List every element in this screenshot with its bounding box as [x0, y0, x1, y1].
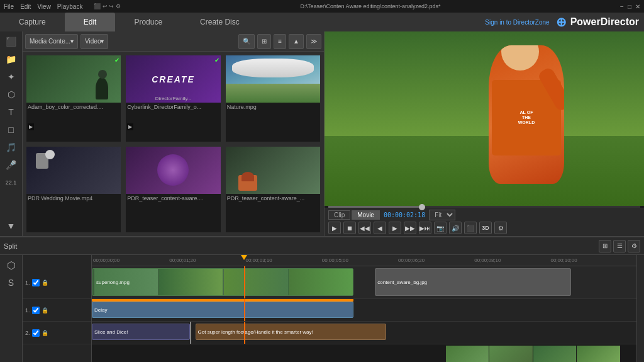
audio-track-row-2[interactable]: Slice and Dice! Got super length footage… [92, 322, 636, 344]
clip-delay[interactable]: Delay [92, 302, 353, 318]
back-frame-btn[interactable]: ◀ [374, 222, 386, 234]
timeline-fit-btn[interactable]: ⊞ [599, 240, 611, 252]
overflow-btn[interactable]: ≫ [306, 34, 321, 49]
media-panel: Media Conte... ▾ Video ▾ 🔍 ⊞ ≡ ▲ ≫ ▶ ✔ [23, 31, 325, 236]
grid-view-btn[interactable]: ⊞ [257, 34, 271, 49]
timeline-sidebar: ⬡ S [0, 255, 23, 362]
3d-btn[interactable]: 3D [479, 222, 492, 234]
tab-edit[interactable]: Edit [65, 13, 116, 31]
clip-got-super[interactable]: Got super length footage/Handle it the s… [196, 324, 386, 340]
timeline-settings-btn[interactable]: ⚙ [628, 240, 640, 252]
filepath: D:\Teaser\Conten Aware editing\content-a… [301, 3, 441, 9]
audio-btn[interactable]: 🎵 [3, 140, 20, 155]
timeline-scrollbar[interactable] [636, 255, 644, 362]
end-btn[interactable]: ▶⏭ [419, 222, 431, 234]
audio-marker-2 [244, 322, 245, 344]
clip-superlong-label: superlong.mpg [96, 280, 130, 285]
media-tool-btn[interactable]: ⬛ [3, 34, 20, 49]
media-label-5: PDR_teaser_content-aware_... [226, 194, 320, 203]
volume-btn[interactable]: 🔊 [449, 222, 462, 234]
audio-track-row-1[interactable]: Delay [92, 299, 636, 322]
settings-btn[interactable]: ⚙ [494, 222, 507, 234]
subtitle-btn[interactable]: 22.1 [3, 175, 20, 190]
timeline-tool-1[interactable]: ⬡ [3, 257, 20, 273]
scroll-up-btn[interactable]: ▲ [289, 34, 304, 49]
minimize-btn[interactable]: − [620, 3, 624, 10]
timeline-tracks[interactable]: 00;00;00;00 00;00;01;20 00;00;03;10 00;0… [92, 255, 636, 362]
fit-select[interactable]: Fit [429, 210, 455, 220]
media-grid: ▶ ✔ Adam_boy_color_corrected.... CREATE … [23, 52, 324, 236]
media-item-5[interactable]: PDR_teaser_content-aware_... [226, 147, 320, 233]
clip-btn[interactable]: Clip [328, 210, 350, 220]
sign-in-link[interactable]: Sign in to DirectorZone [485, 19, 549, 26]
media-item-0[interactable]: ▶ ✔ Adam_boy_color_corrected.... [26, 55, 121, 142]
movie-btn[interactable]: Movie [352, 210, 380, 220]
search-btn[interactable]: 🔍 [238, 34, 255, 49]
main-area: ⬛ 📁 ✦ ⬡ T □ 🎵 🎤 22.1 ▼ Media Conte... ▾ … [0, 31, 644, 236]
list-view-btn[interactable]: ≡ [274, 34, 286, 49]
media-item-3[interactable]: PDR Wedding Movie.mp4 [26, 147, 121, 233]
video-track-row[interactable]: superlong.mpg content_aware_bg.jpg [92, 266, 636, 299]
create-text-overlay: CREATE [152, 74, 195, 84]
close-btn[interactable]: ✕ [635, 3, 640, 10]
maximize-btn[interactable]: □ [628, 3, 631, 10]
thumbnail-strip [446, 346, 620, 362]
file-icons: ⬛ ↩ ↪ ⚙ [94, 3, 121, 10]
track-enable-1[interactable] [32, 279, 40, 286]
stop-btn[interactable]: ⏹ [343, 222, 356, 234]
media-label-4: PDR_teaser_content-aware.... [126, 194, 220, 203]
collapse-btn[interactable]: ▼ [3, 218, 20, 234]
track-label-video-1: 1. 🔒 [23, 266, 91, 299]
media-type-select[interactable]: Video ▾ [80, 34, 108, 49]
title-bar: File Edit View Playback ⬛ ↩ ↪ ⚙ D:\Tease… [0, 0, 644, 13]
timeline-grid-btn[interactable]: ☰ [613, 240, 626, 252]
track-lock-icon-a2[interactable]: 🔒 [42, 330, 48, 336]
clip-content-aware[interactable]: content_aware_bg.jpg [375, 268, 571, 296]
clip-got-super-label: Got super length footage/Handle it the s… [198, 329, 313, 335]
folder-btn[interactable]: 📁 [3, 52, 20, 67]
tab-produce[interactable]: Produce [115, 13, 181, 31]
track-enable-a1[interactable] [32, 307, 40, 314]
fwd-btn[interactable]: ▶ [389, 222, 401, 234]
title-btn[interactable]: T [3, 105, 20, 120]
media-item-4[interactable]: PDR_teaser_content-aware.... [126, 147, 220, 233]
transition-btn[interactable]: ⬡ [3, 87, 20, 102]
fwd-fast-btn[interactable]: ▶▶ [404, 222, 416, 234]
prev-frame-btn[interactable]: ◀◀ [358, 222, 371, 234]
tab-capture[interactable]: Capture [0, 13, 65, 31]
media-label-1: Cyberlink_DirectorFamily_o... [126, 103, 220, 111]
playback-controls: ▶ ⏹ ◀◀ ◀ ▶ ▶▶ ▶⏭ 📷 🔊 ⬛ 3D ⚙ [328, 222, 640, 234]
track-lock-icon-1[interactable]: 🔒 [42, 280, 48, 286]
nav-tabs: Capture Edit Produce Create Disc Sign in… [0, 13, 644, 31]
clip-slice[interactable]: Slice and Dice! [92, 324, 190, 340]
menu-edit[interactable]: Edit [20, 3, 31, 10]
ruler-3: 00;00;05;00 [321, 255, 348, 266]
menu-view[interactable]: View [37, 3, 51, 10]
tab-create-disc[interactable]: Create Disc [181, 13, 258, 31]
fullscreen-btn[interactable]: ⬛ [464, 222, 477, 234]
snapshot-btn[interactable]: 📷 [434, 222, 447, 234]
media-item-1[interactable]: CREATE DirectorFamily... ▶ ✔ Cyberlink_D… [126, 55, 220, 142]
media-item-2[interactable]: Nature.mpg [226, 55, 320, 142]
media-source-select[interactable]: Media Conte... ▾ [25, 34, 78, 49]
menu-file[interactable]: File [4, 3, 14, 10]
clip-divider [190, 322, 191, 344]
thumbnail-strip-row [92, 344, 636, 362]
track-lock-icon-a1[interactable]: 🔒 [42, 307, 48, 314]
play-btn[interactable]: ▶ [328, 222, 341, 234]
pvr-btn[interactable]: □ [3, 122, 20, 137]
mic-btn[interactable]: 🎤 [3, 157, 20, 173]
ruler-1: 00;00;01;20 [168, 255, 196, 266]
ruler-5: 00;00;08;10 [473, 255, 501, 266]
media-label-2: Nature.mpg [226, 103, 320, 111]
clip-slice-label: Slice and Dice! [94, 329, 128, 335]
preview-scrubber[interactable] [328, 206, 640, 208]
menu-bar: File Edit View Playback ⬛ ↩ ↪ ⚙ [4, 3, 121, 10]
clip-superlong[interactable]: superlong.mpg [92, 268, 353, 296]
menu-playback[interactable]: Playback [57, 3, 83, 10]
split-label: Split [4, 242, 17, 250]
timeline-tool-2[interactable]: S [3, 275, 20, 290]
effect-btn[interactable]: ✦ [3, 69, 20, 84]
video-icon-0: ▶ [28, 123, 34, 130]
track-enable-a2[interactable] [32, 329, 40, 337]
